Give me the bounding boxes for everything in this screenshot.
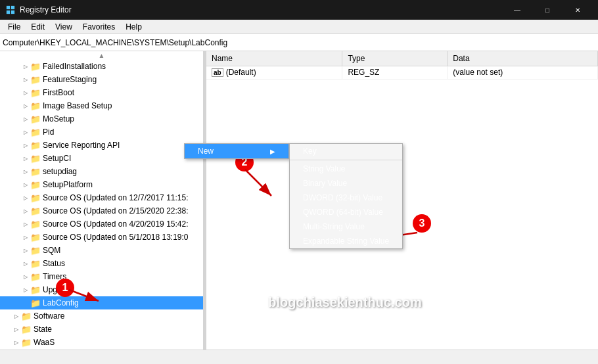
folder-icon: 📁 (30, 75, 41, 85)
submenu-item-key[interactable]: Key (290, 144, 402, 158)
tree-item-ServiceReportingAPI[interactable]: ▷ 📁 Service Reporting API (0, 139, 203, 152)
folder-icon: 📁 (30, 180, 41, 190)
expander-icon: ▷ (21, 246, 30, 255)
tree-item-Status[interactable]: ▷ 📁 Status (0, 257, 203, 270)
folder-icon: 📁 (30, 154, 41, 164)
menu-view[interactable]: View (50, 21, 78, 33)
folder-icon: 📁 (21, 325, 32, 334)
expander-icon: ▷ (21, 180, 30, 189)
expander-icon: ▷ (21, 233, 30, 242)
submenu-item-multistring[interactable]: Multi-String Value (290, 219, 402, 234)
submenu-label: Key (303, 147, 317, 156)
tree-item-SourceOS4[interactable]: ▷ 📁 Source OS (Updated on 5/1/2018 13:19… (0, 231, 203, 244)
tree-item-FeatureStaging[interactable]: ▷ 📁 FeatureStaging (0, 73, 203, 86)
minimize-button[interactable]: — (502, 0, 532, 20)
tree-label: Service Reporting API (43, 141, 120, 150)
tree-item-Timers[interactable]: ▷ 📁 Timers (0, 270, 203, 283)
expander-icon: ▷ (21, 75, 30, 84)
tree-item-WPA[interactable]: ▷ 📁 WPA (0, 349, 203, 350)
tree-label: Source OS (Updated on 12/7/2017 11:15: (43, 193, 189, 202)
menu-favorites[interactable]: Favorites (78, 21, 120, 33)
tree-item-SetupPlatform[interactable]: ▷ 📁 SetupPlatform (0, 178, 203, 191)
submenu-item-dword[interactable]: DWORD (32-bit) Value (290, 191, 402, 205)
tree-label: SetupPlatform (43, 180, 93, 189)
folder-icon: 📁 (30, 259, 41, 269)
tree-label: LabConfig (43, 298, 79, 307)
window-controls: — □ ✕ (502, 0, 593, 20)
menu-file[interactable]: File (3, 21, 26, 33)
tree-item-SetupCI[interactable]: ▷ 📁 SetupCI (0, 152, 203, 165)
tree-label: FirstBoot (43, 88, 74, 97)
maximize-button[interactable]: □ (532, 0, 563, 20)
expander-icon (21, 298, 30, 307)
expander-icon: ▷ (21, 62, 30, 71)
tree-item-State[interactable]: ▷ 📁 State (0, 323, 203, 336)
tree-label: WaaS (34, 338, 55, 347)
submenu-arrow-icon: ▶ (270, 148, 275, 155)
ab-icon: ab (212, 68, 223, 77)
folder-icon: 📁 (30, 141, 41, 150)
expander-icon: ▷ (21, 259, 30, 268)
tree-label: FeatureStaging (43, 75, 97, 84)
close-button[interactable]: ✕ (563, 0, 593, 20)
tree-label: MoSetup (43, 114, 74, 124)
tree-item-setupdiag[interactable]: ▷ 📁 setupdiag (0, 165, 203, 178)
tree-item-ImageBasedSetup[interactable]: ▷ 📁 Image Based Setup (0, 99, 203, 112)
tree-item-LabConfig[interactable]: 📁 LabConfig (0, 296, 203, 309)
menu-edit[interactable]: Edit (26, 21, 50, 33)
context-menu-wrapper: New ▶ Key String Value Binary Value DW (184, 143, 289, 159)
submenu-item-qword[interactable]: QWORD (64-bit) Value (290, 205, 402, 219)
tree-item-WaaS[interactable]: ▷ 📁 WaaS (0, 336, 203, 349)
context-menu-new[interactable]: New ▶ Key String Value Binary Value DW (185, 144, 288, 158)
tree-item-FirstBoot[interactable]: ▷ 📁 FirstBoot (0, 86, 203, 99)
folder-icon: 📁 (30, 114, 41, 124)
tree-label: State (34, 325, 52, 334)
submenu-item-expandable[interactable]: Expandable String Value (290, 234, 402, 248)
submenu-item-string[interactable]: String Value (290, 162, 402, 176)
tree-label: Upgrade (43, 285, 73, 294)
address-path: Computer\HKEY_LOCAL_MACHINE\SYSTEM\Setup… (3, 38, 227, 47)
svg-rect-0 (7, 6, 10, 9)
main-area: ▲ ▷ 📁 FailedInstallations ▷ 📁 FeatureSta… (0, 51, 598, 350)
submenu-label: Multi-String Value (303, 222, 365, 231)
folder-icon: 📁 (21, 338, 32, 348)
tree-pane[interactable]: ▲ ▷ 📁 FailedInstallations ▷ 📁 FeatureSta… (0, 51, 204, 350)
tree-label: Pid (43, 127, 54, 137)
scroll-up-indicator: ▲ (0, 51, 203, 60)
expander-icon: ▷ (21, 141, 30, 150)
submenu-label: Expandable String Value (303, 237, 389, 246)
folder-icon: 📁 (21, 311, 32, 321)
address-bar[interactable]: Computer\HKEY_LOCAL_MACHINE\SYSTEM\Setup… (0, 34, 598, 51)
tree-item-FailedInstallations[interactable]: ▷ 📁 FailedInstallations (0, 60, 203, 73)
title-bar: Registry Editor — □ ✕ (0, 0, 598, 20)
tree-label: setupdiag (43, 167, 77, 176)
expander-icon: ▷ (21, 154, 30, 163)
tree-item-SQM[interactable]: ▷ 📁 SQM (0, 244, 203, 257)
expander-icon: ▷ (21, 193, 30, 202)
tree-label: SetupCI (43, 154, 71, 163)
tree-label: Image Based Setup (43, 101, 112, 110)
menu-help[interactable]: Help (120, 21, 147, 33)
tree-item-SourceOS3[interactable]: ▷ 📁 Source OS (Updated on 4/20/2019 15:4… (0, 217, 203, 231)
submenu-label: DWORD (32-bit) Value (303, 193, 382, 202)
context-menu: New ▶ Key String Value Binary Value DW (184, 143, 289, 159)
expander-icon: ▷ (21, 206, 30, 216)
tree-item-SourceOS2[interactable]: ▷ 📁 Source OS (Updated on 2/15/2020 22:3… (0, 204, 203, 217)
expander-icon: ▷ (12, 311, 21, 321)
svg-rect-3 (11, 11, 14, 14)
cell-data: (value not set) (448, 66, 598, 79)
submenu-item-binary[interactable]: Binary Value (290, 176, 402, 191)
tree-item-Software[interactable]: ▷ 📁 Software (0, 309, 203, 323)
expander-icon: ▷ (21, 219, 30, 229)
tree-item-SourceOS1[interactable]: ▷ 📁 Source OS (Updated on 12/7/2017 11:1… (0, 191, 203, 204)
col-type: Type (342, 51, 448, 66)
menu-bar: File Edit View Favorites Help (0, 20, 598, 34)
tree-label: FailedInstallations (43, 62, 106, 71)
tree-label: Timers (43, 272, 66, 281)
tree-item-MoSetup[interactable]: ▷ 📁 MoSetup (0, 112, 203, 125)
tree-item-Pid[interactable]: ▷ 📁 Pid (0, 125, 203, 139)
tree-item-Upgrade[interactable]: ▷ 📁 Upgrade (0, 283, 203, 296)
table-row[interactable]: ab(Default) REG_SZ (value not set) (206, 66, 598, 79)
expander-icon: ▷ (12, 338, 21, 347)
tree-label: Source OS (Updated on 2/15/2020 22:38: (43, 206, 189, 216)
